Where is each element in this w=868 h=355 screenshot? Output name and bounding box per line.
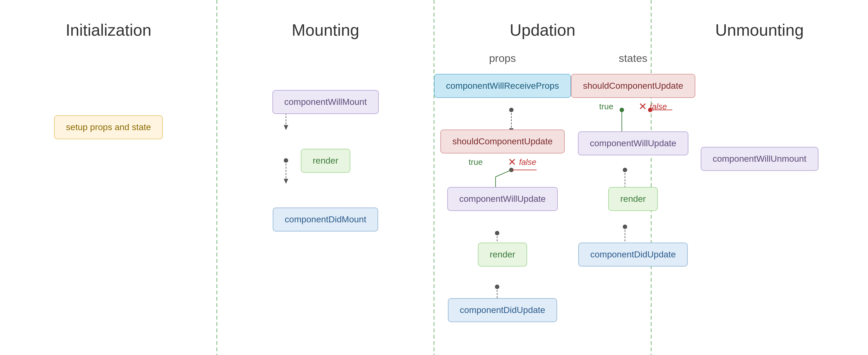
node-componentDidUpdate-states: componentDidUpdate xyxy=(578,242,688,267)
node-componentWillReceiveProps: componentWillReceiveProps xyxy=(434,74,571,98)
node-render-mounting: render xyxy=(301,149,350,173)
unmounting-title: Unmounting xyxy=(715,21,804,39)
node-componentWillUnmount: componentWillUnmount xyxy=(701,147,818,171)
node-shouldComponentUpdate-props: shouldComponentUpdate xyxy=(440,129,565,153)
node-componentDidUpdate-props: componentDidUpdate xyxy=(448,298,557,322)
states-label: states xyxy=(619,52,647,64)
node-render-states: render xyxy=(608,187,658,211)
init-title: Initialization xyxy=(66,21,152,39)
node-shouldComponentUpdate-states: shouldComponentUpdate xyxy=(571,74,695,98)
x-icon-states: ✕ xyxy=(639,100,647,113)
true-label-props: true xyxy=(469,157,483,167)
init-node: setup props and state xyxy=(54,115,163,139)
node-componentDidMount: componentDidMount xyxy=(273,207,378,232)
true-label-states: true xyxy=(599,102,613,112)
x-icon-props: ✕ xyxy=(508,156,516,168)
section-unmounting: Unmounting componentWillUnmount xyxy=(651,0,868,355)
mounting-title: Mounting xyxy=(292,21,359,39)
false-label-props: false xyxy=(519,157,536,167)
props-column: props componentWillReceiveProps shouldCo… xyxy=(434,52,571,322)
node-render-props: render xyxy=(478,242,527,267)
props-label: props xyxy=(489,52,516,64)
node-componentWillUpdate-states: componentWillUpdate xyxy=(578,131,688,155)
main-container: Initialization setup props and state Mou… xyxy=(0,0,868,355)
section-mounting: Mounting componentWillMount render compo… xyxy=(217,0,434,355)
node-componentWillUpdate-props: componentWillUpdate xyxy=(447,187,558,211)
section-updation: Updation props componentWillReceiveProps… xyxy=(434,0,651,355)
section-initialization: Initialization setup props and state xyxy=(0,0,217,355)
updation-title: Updation xyxy=(434,21,651,39)
node-componentWillMount: componentWillMount xyxy=(272,90,379,114)
